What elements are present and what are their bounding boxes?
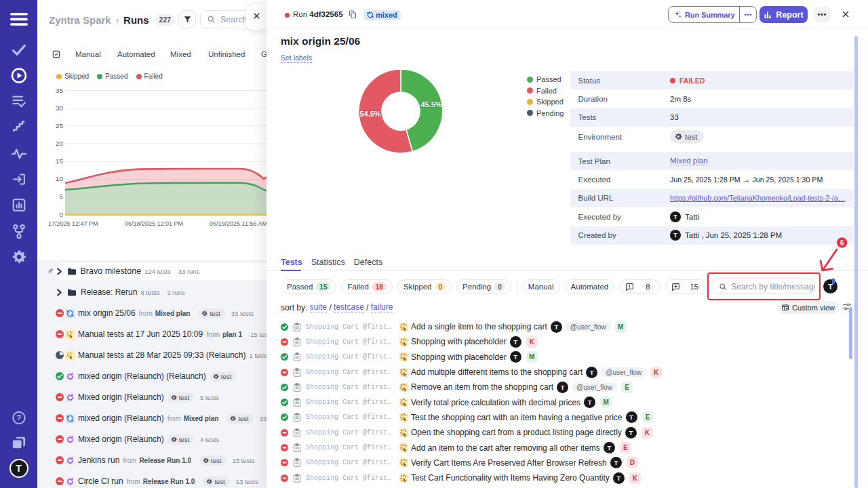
svg-text:45.5%: 45.5% bbox=[420, 100, 441, 108]
svg-text:54.5%: 54.5% bbox=[359, 110, 380, 118]
svg-text:06/19/2025 11:56 AM: 06/19/2025 11:56 AM bbox=[210, 220, 267, 227]
svg-text:30: 30 bbox=[56, 104, 63, 112]
svg-text:6: 6 bbox=[840, 239, 844, 247]
svg-text:35: 35 bbox=[56, 87, 63, 94]
svg-text:?: ? bbox=[16, 413, 21, 422]
svg-text:0: 0 bbox=[60, 211, 64, 218]
svg-text:20: 20 bbox=[56, 140, 63, 147]
svg-text:5: 5 bbox=[60, 192, 64, 200]
svg-text:06/18/2025 12:01 PM: 06/18/2025 12:01 PM bbox=[125, 220, 183, 227]
svg-text:25: 25 bbox=[56, 122, 63, 129]
svg-text:15: 15 bbox=[56, 157, 63, 165]
svg-text:17/2025 12:47 PM: 17/2025 12:47 PM bbox=[48, 220, 98, 227]
svg-text:10: 10 bbox=[56, 175, 63, 182]
